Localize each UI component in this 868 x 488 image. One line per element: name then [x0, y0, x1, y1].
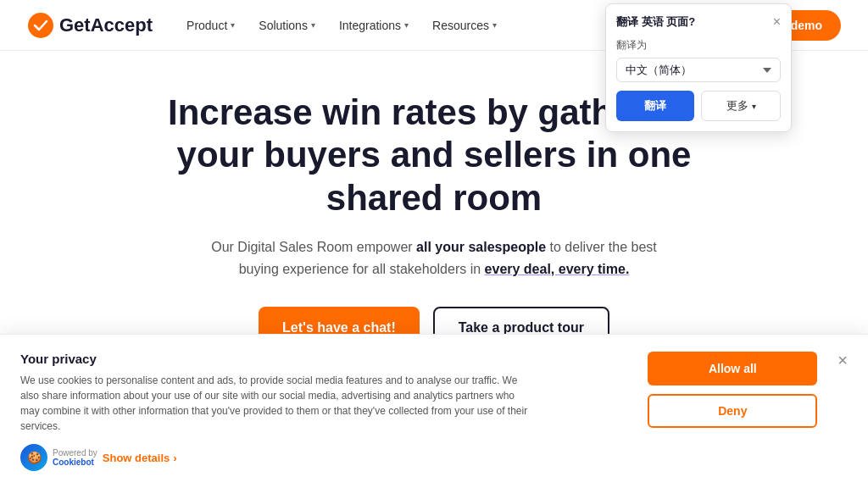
cookie-buttons: Allow all Deny — [648, 352, 817, 428]
translate-button[interactable]: 翻译 — [616, 91, 694, 121]
logo-text: GetAccept — [59, 14, 153, 36]
cookie-close-button[interactable]: × — [837, 352, 848, 369]
chevron-down-icon: ▾ — [311, 20, 315, 30]
cookiebot-powered-by: Powered by — [53, 448, 97, 458]
nav-product[interactable]: Product ▾ — [186, 19, 235, 32]
show-details-button[interactable]: Show details › — [103, 452, 177, 464]
cookiebot-name: Cookiebot — [53, 458, 97, 467]
svg-point-0 — [28, 13, 53, 38]
hero-subtitle: Our Digital Sales Room empower all your … — [197, 236, 671, 280]
cookie-title: Your privacy — [20, 352, 627, 366]
translate-header: 翻译 英语 页面? × — [616, 14, 781, 30]
nav-links: Product ▾ Solutions ▾ Integrations ▾ Res… — [186, 19, 641, 32]
translate-close-button[interactable]: × — [773, 15, 781, 29]
nav-resources[interactable]: Resources ▾ — [432, 19, 497, 32]
translate-more-button[interactable]: 更多 ▾ — [701, 91, 781, 121]
chevron-down-icon: ▾ — [404, 20, 409, 30]
allow-all-button[interactable]: Allow all — [648, 352, 817, 385]
chevron-down-icon: ▾ — [492, 20, 497, 30]
cookie-banner: Your privacy We use cookies to personali… — [0, 334, 868, 488]
translate-language-select[interactable]: 中文（简体） — [616, 58, 781, 82]
cookiebot-logo: 🍪 Powered by Cookiebot — [20, 444, 97, 471]
cookie-footer: 🍪 Powered by Cookiebot Show details › — [20, 444, 627, 471]
chevron-down-icon: ▾ — [752, 102, 756, 111]
deny-button[interactable]: Deny — [648, 394, 817, 428]
cookie-content: Your privacy We use cookies to personali… — [20, 352, 627, 471]
cookiebot-icon: 🍪 — [20, 444, 47, 471]
chevron-down-icon: ▾ — [231, 20, 235, 30]
logo[interactable]: GetAccept — [27, 12, 153, 39]
logo-icon — [27, 12, 54, 39]
translate-title: 翻译 英语 页面? — [616, 14, 695, 30]
cookie-text: We use cookies to personalise content an… — [20, 373, 529, 434]
translate-popup: 翻译 英语 页面? × 翻译为 中文（简体） 翻译 更多 ▾ — [605, 3, 792, 132]
nav-solutions[interactable]: Solutions ▾ — [259, 19, 315, 32]
translate-to-label: 翻译为 — [616, 38, 781, 53]
chevron-right-icon: › — [173, 452, 176, 464]
nav-integrations[interactable]: Integrations ▾ — [339, 19, 409, 32]
translate-actions: 翻译 更多 ▾ — [616, 91, 781, 121]
